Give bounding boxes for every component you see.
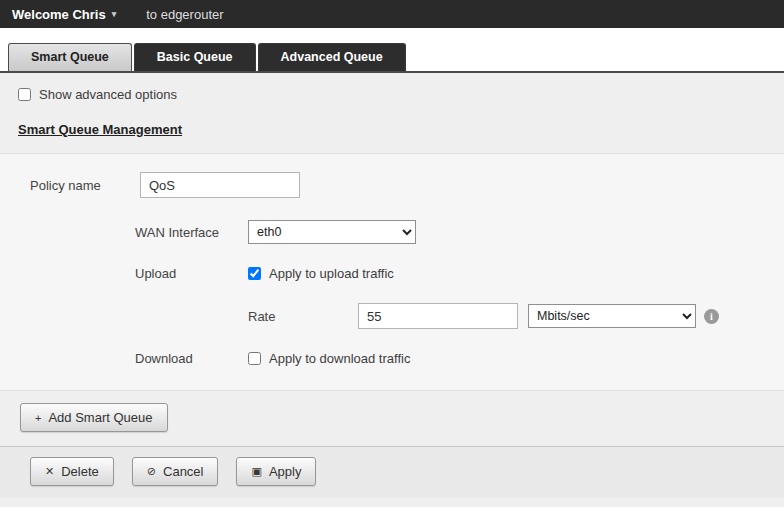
delete-icon: ✕: [45, 465, 54, 478]
show-advanced-row: Show advanced options: [0, 73, 784, 102]
user-menu[interactable]: Welcome Chris ▾: [12, 7, 116, 22]
rate-unit-select[interactable]: Mbits/sec: [528, 304, 696, 328]
policy-name-input[interactable]: [140, 172, 300, 198]
apply-label: Apply: [269, 464, 302, 479]
action-bar: ✕ Delete ⊘ Cancel ▣ Apply: [0, 446, 784, 498]
upload-label: Upload: [135, 266, 248, 281]
show-advanced-checkbox[interactable]: [18, 88, 31, 101]
apply-icon: ▣: [251, 465, 261, 478]
add-row: + Add Smart Queue: [20, 403, 784, 432]
policy-name-label: Policy name: [30, 178, 140, 193]
download-checkbox[interactable]: [248, 352, 261, 365]
add-smart-queue-button[interactable]: + Add Smart Queue: [20, 403, 168, 432]
welcome-text: Welcome Chris: [12, 7, 106, 22]
tab-bar: Smart Queue Basic Queue Advanced Queue: [0, 44, 784, 71]
cancel-label: Cancel: [163, 464, 203, 479]
plus-icon: +: [35, 412, 41, 424]
cancel-icon: ⊘: [147, 465, 156, 478]
wan-interface-row: WAN Interface eth0: [0, 220, 784, 244]
download-row: Download Apply to download traffic: [0, 351, 784, 366]
hostname-text: to edgerouter: [146, 7, 223, 22]
tab-advanced-queue[interactable]: Advanced Queue: [258, 43, 406, 71]
download-label: Download: [135, 351, 248, 366]
wan-interface-label: WAN Interface: [135, 225, 248, 240]
policy-name-row: Policy name: [0, 172, 784, 198]
info-icon[interactable]: i: [704, 309, 719, 324]
chevron-down-icon: ▾: [112, 9, 117, 19]
delete-label: Delete: [61, 464, 99, 479]
rate-row: Rate Mbits/sec i: [0, 303, 784, 329]
show-advanced-label: Show advanced options: [39, 87, 177, 102]
smart-queue-form: Policy name WAN Interface eth0 Upload Ap…: [0, 153, 784, 391]
top-bar: Welcome Chris ▾ to edgerouter: [0, 0, 784, 28]
rate-label: Rate: [248, 309, 358, 324]
wan-interface-select[interactable]: eth0: [248, 220, 416, 244]
upload-checkbox-label: Apply to upload traffic: [269, 266, 394, 281]
apply-button[interactable]: ▣ Apply: [236, 457, 316, 486]
smart-queue-panel: Show advanced options Smart Queue Manage…: [0, 71, 784, 507]
download-checkbox-label: Apply to download traffic: [269, 351, 410, 366]
section-title: Smart Queue Management: [18, 122, 784, 137]
upload-row: Upload Apply to upload traffic: [0, 266, 784, 281]
cancel-button[interactable]: ⊘ Cancel: [132, 457, 219, 486]
rate-input[interactable]: [358, 303, 518, 329]
tab-smart-queue[interactable]: Smart Queue: [8, 43, 132, 71]
tab-basic-queue[interactable]: Basic Queue: [134, 43, 256, 71]
add-smart-queue-label: Add Smart Queue: [48, 410, 152, 425]
delete-button[interactable]: ✕ Delete: [30, 457, 114, 486]
upload-checkbox[interactable]: [248, 267, 261, 280]
